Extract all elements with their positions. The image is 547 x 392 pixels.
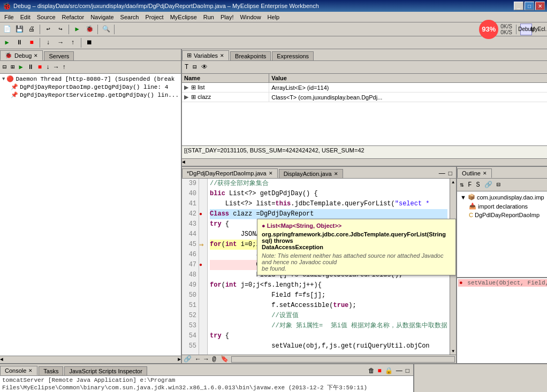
menu-refactor[interactable]: Refactor <box>59 13 88 21</box>
scroll-down-btn[interactable]: ▼ <box>452 349 454 353</box>
scroll-left-btn2[interactable]: ◄ <box>182 159 185 165</box>
stop-button[interactable]: ■ <box>26 37 37 49</box>
tab-breakpoints[interactable]: Breakpoints <box>230 51 271 60</box>
tab-console[interactable]: Console ✕ <box>0 366 37 375</box>
variables-table: Name Value ▶ ⊞ list ArrayList<E> (id=114… <box>182 74 547 145</box>
suspend-button[interactable]: ⏸ <box>13 37 25 49</box>
show-type-button[interactable]: T <box>183 63 190 72</box>
scroll-right-btn[interactable]: ► <box>178 357 181 363</box>
stop-inner-button[interactable]: ■ <box>36 63 43 72</box>
hide-static-btn[interactable]: S <box>475 180 482 190</box>
step-return-inner-button[interactable]: ↑ <box>60 63 67 72</box>
menu-source[interactable]: Source <box>34 13 59 21</box>
outline-tab-close[interactable]: ✕ <box>483 171 487 176</box>
menu-help[interactable]: Help <box>264 13 283 21</box>
bookmark-btn[interactable]: 🔖 <box>219 354 230 364</box>
hide-fields-btn[interactable]: F <box>466 180 473 190</box>
collapse-all-button[interactable]: ⊟ <box>1 62 8 72</box>
expand-all-button[interactable]: ⊞ <box>9 62 16 72</box>
outline-link-btn[interactable]: 🔗 <box>483 180 494 190</box>
minimize-button[interactable]: _ <box>514 2 523 10</box>
link-with-editor-btn[interactable]: 🔗 <box>182 354 193 364</box>
console-maximize-btn[interactable]: □ <box>404 366 411 375</box>
scroll-lock-btn[interactable]: 🔒 <box>383 366 394 375</box>
add-watch-button[interactable]: 👁 <box>200 62 209 72</box>
editor-tab-1-close[interactable]: ✕ <box>334 171 338 176</box>
menu-myeclipse[interactable]: MyEclipse <box>167 13 200 21</box>
tab-tasks[interactable]: Tasks <box>39 366 63 375</box>
console-minimize-btn[interactable]: — <box>394 366 404 375</box>
save-button[interactable]: 💾 <box>13 24 25 35</box>
clear-console-btn[interactable]: 🗑 <box>367 366 376 375</box>
tab-js-inspector[interactable]: JavaScript Scripts Inspector <box>64 366 147 375</box>
editor-tab-0-close[interactable]: ✕ <box>269 171 273 176</box>
tab-variables[interactable]: ⊞ Variables ✕ <box>182 50 229 60</box>
scroll-up-btn[interactable]: ▲ <box>452 180 454 185</box>
step-return-button[interactable]: ↑ <box>67 37 79 49</box>
maximize-button[interactable]: □ <box>525 2 534 10</box>
print-button[interactable]: 🖨 <box>26 24 37 35</box>
debug-button[interactable]: 🐞 <box>83 24 95 35</box>
expand-icon-1[interactable]: ▶ <box>184 94 188 100</box>
forward-btn[interactable]: → <box>202 355 209 364</box>
stack-frame-0[interactable]: 📌 DgPdjDayReportDaoImp.getDgPdjDay() lin… <box>10 83 180 91</box>
run-button[interactable]: ▶ <box>71 24 83 35</box>
outline-item-class[interactable]: C DgPdlDayReportDaoImp <box>467 211 547 219</box>
menu-project[interactable]: Project <box>142 13 166 21</box>
outline-collapse-btn[interactable]: ⊟ <box>495 180 502 190</box>
debug-tab-bar: 🐞 Debug ✕ Servers <box>0 49 181 61</box>
var-icon-0: ⊞ <box>191 84 196 90</box>
tab-outline[interactable]: Outline ✕ <box>457 168 492 178</box>
thread-item[interactable]: ▼ 🔴 Daemon Thread [http-8080-7] (Suspend… <box>1 75 180 83</box>
new-button[interactable]: 📄 <box>1 24 13 35</box>
resume-button[interactable]: ▶ <box>1 37 13 49</box>
tab-debug[interactable]: 🐞 Debug ✕ <box>0 50 43 60</box>
redo-button[interactable]: ↪ <box>55 24 66 35</box>
undo-button[interactable]: ↩ <box>42 24 54 35</box>
debug-tab-close[interactable]: ✕ <box>34 53 38 58</box>
close-button[interactable]: ✕ <box>535 2 545 10</box>
sort-button[interactable]: ⇅ <box>458 180 465 190</box>
var-row-1[interactable]: ▶ ⊞ clazz Class<T> (com.juxundisplay.bea… <box>182 93 547 102</box>
outline-item-package[interactable]: ▼ 📦 com.juxundisplay.dao.imp <box>458 193 547 202</box>
step-over-inner-button[interactable]: → <box>52 63 59 72</box>
value-display-bar: [{STAT_DAY=20131105, BUSS_SUM=4242424242… <box>182 145 547 158</box>
editor-tab-1[interactable]: DisplayAction.java ✕ <box>279 169 343 178</box>
resume-inner-button[interactable]: ▶ <box>17 62 24 72</box>
menu-play[interactable]: Play! <box>217 13 237 21</box>
tab-servers[interactable]: Servers <box>44 51 74 60</box>
console-tab-close[interactable]: ✕ <box>28 368 33 373</box>
back-btn[interactable]: ← <box>194 355 201 364</box>
menu-edit[interactable]: Edit <box>17 13 34 21</box>
var-row-0[interactable]: ▶ ⊞ list ArrayList<E> (id=114) <box>182 83 547 93</box>
menu-window[interactable]: Window <box>237 13 264 21</box>
debug-scrollbar-h[interactable]: ◄ ► <box>0 356 181 363</box>
package-label: com.juxundisplay.dao.imp <box>477 194 544 201</box>
scroll-left-btn[interactable]: ◄ <box>0 357 3 363</box>
editor-minimize-btn[interactable]: — <box>437 168 447 178</box>
step-into-button[interactable]: ↓ <box>42 37 54 49</box>
menu-search[interactable]: Search <box>117 13 142 21</box>
search-button[interactable]: 🔍 <box>100 24 112 35</box>
tab-expressions[interactable]: Expressions <box>272 51 314 60</box>
disconnect-button[interactable]: ⏹ <box>83 37 95 49</box>
editor-tab-0[interactable]: *DgPdjDayReportDaoImp.java ✕ <box>182 168 278 178</box>
suspend-inner-button[interactable]: ⏸ <box>26 62 35 72</box>
step-into-inner-button[interactable]: ↓ <box>44 63 51 72</box>
myeclipse-button[interactable]: MyEcl... <box>534 24 546 35</box>
outline-item-imports[interactable]: 📥 import declarations <box>467 202 547 211</box>
code-line-49: for(int j=0;j<fs.length;j++){ <box>210 280 447 290</box>
stack-frame-1[interactable]: 📌 DgPdjDayReportServiceImp.getDgPdjDay()… <box>10 91 180 99</box>
editor-maximize-btn[interactable]: □ <box>447 168 454 178</box>
expand-icon-0[interactable]: ▶ <box>184 84 188 90</box>
editor-scrollbar-h[interactable] <box>231 356 455 363</box>
menu-run[interactable]: Run <box>200 13 217 21</box>
email-btn[interactable]: @ <box>210 355 217 364</box>
menu-file[interactable]: File <box>1 13 17 21</box>
collapse-vars-button[interactable]: ⊟ <box>191 62 198 72</box>
terminate-btn[interactable]: ■ <box>376 366 383 375</box>
menu-navigate[interactable]: Navigate <box>87 13 117 21</box>
variables-scrollbar-h[interactable]: ◄ ► <box>182 158 547 166</box>
step-over-button[interactable]: → <box>55 37 66 49</box>
variables-tab-close[interactable]: ✕ <box>220 53 224 58</box>
